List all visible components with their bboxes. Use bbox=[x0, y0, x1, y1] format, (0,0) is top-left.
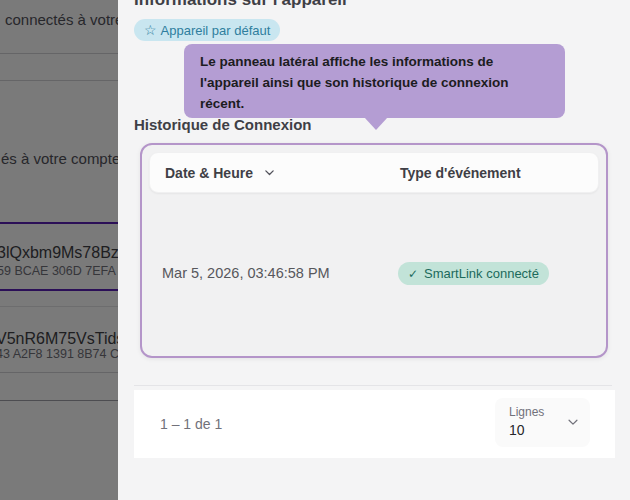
rows-per-page-label: Lignes bbox=[509, 405, 544, 419]
rows-per-page-value: 10 bbox=[509, 422, 525, 438]
dimmed-page-background: connectés à votre és à votre compte 3lQx… bbox=[0, 0, 118, 500]
pagination-bar: 1 – 1 de 1 Lignes 10 bbox=[134, 390, 615, 458]
star-outline-icon: ☆ bbox=[144, 23, 157, 37]
tooltip-arrow bbox=[364, 117, 388, 130]
modal-backdrop-scrim[interactable] bbox=[0, 0, 118, 500]
panel-title: Informations sur l'appareil bbox=[134, 0, 347, 10]
cell-datetime: Mar 5, 2026, 03:46:58 PM bbox=[162, 265, 330, 281]
column-header-date[interactable]: Date & Heure bbox=[165, 165, 276, 181]
chevron-down-icon[interactable] bbox=[566, 415, 580, 433]
event-type-badge-label: SmartLink connecté bbox=[424, 266, 539, 281]
table-header-row: Date & Heure Type d'événement bbox=[149, 152, 599, 193]
rows-per-page-select[interactable]: Lignes 10 bbox=[495, 398, 590, 447]
check-icon: ✓ bbox=[408, 267, 418, 281]
device-info-panel: Informations sur l'appareil ☆ Appareil p… bbox=[118, 0, 630, 500]
connection-history-heading: Historique de Connexion bbox=[134, 116, 312, 133]
default-device-badge-label: Appareil par défaut bbox=[161, 23, 271, 38]
default-device-badge: ☆ Appareil par défaut bbox=[134, 19, 280, 41]
tooltip-text: Le panneau latéral affiche les informati… bbox=[200, 51, 549, 114]
event-type-badge: ✓ SmartLink connecté bbox=[398, 262, 549, 285]
connection-history-table: Date & Heure Type d'événement Mar 5, 202… bbox=[140, 143, 608, 358]
pagination-range-label: 1 – 1 de 1 bbox=[160, 390, 222, 458]
screen: connectés à votre és à votre compte 3lQx… bbox=[0, 0, 630, 500]
column-header-date-label: Date & Heure bbox=[165, 165, 253, 181]
sort-chevron-down-icon[interactable] bbox=[263, 166, 276, 179]
pagination-divider bbox=[134, 385, 612, 386]
sidepanel-tooltip: Le panneau latéral affiche les informati… bbox=[184, 44, 565, 118]
column-header-event: Type d'événement bbox=[400, 165, 521, 181]
